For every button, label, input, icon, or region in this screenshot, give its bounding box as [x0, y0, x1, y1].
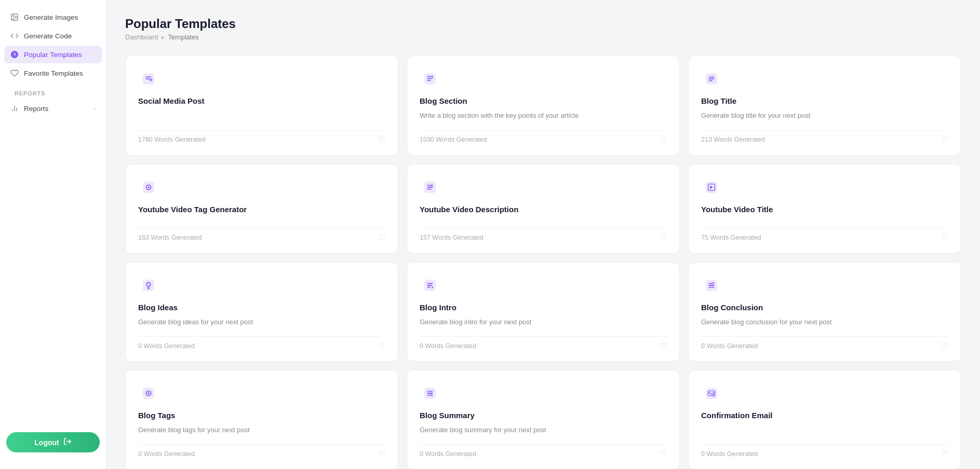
- reports-label: Reports: [24, 105, 48, 113]
- logout-button[interactable]: Logout: [6, 432, 100, 452]
- card-icon-confirmation-email: [701, 383, 722, 404]
- favorite-button-blog-intro[interactable]: ♡: [660, 341, 667, 351]
- card-icon-blog-title: [701, 68, 722, 89]
- card-footer-blog-conclusion: 0 Words Generated ♡: [701, 336, 948, 351]
- card-words-blog-ideas: 0 Words Generated: [138, 342, 195, 350]
- card-words-blog-summary: 0 Words Generated: [420, 450, 476, 458]
- svg-rect-19: [143, 280, 154, 291]
- card-icon-youtube-video-title: [701, 177, 722, 198]
- card-words-blog-conclusion: 0 Words Generated: [701, 342, 758, 350]
- star-icon: [10, 50, 19, 59]
- favorite-button-blog-conclusion[interactable]: ♡: [941, 341, 948, 351]
- card-icon-social-media-post: [138, 68, 159, 89]
- card-icon-blog-tags: [138, 383, 159, 404]
- card-words-youtube-video-title: 75 Words Generated: [701, 234, 761, 241]
- svg-point-10: [432, 76, 434, 78]
- svg-rect-28: [706, 388, 717, 399]
- template-card-blog-title[interactable]: Blog Title Generate blog title for your …: [688, 56, 961, 156]
- template-card-blog-section[interactable]: Blog Section Write a blog section with t…: [407, 56, 680, 156]
- card-icon-youtube-video-tag-generator: [138, 177, 159, 198]
- main-content: Popular Templates Dashboard ▸ Templates …: [106, 0, 980, 469]
- card-footer-blog-summary: 0 Words Generated ♡: [420, 445, 667, 459]
- sidebar-item-favorite-templates[interactable]: Favorite Templates: [4, 64, 102, 82]
- sidebar-item-popular-templates[interactable]: Popular Templates: [4, 46, 102, 63]
- sidebar-item-generate-images[interactable]: Generate Images: [4, 8, 102, 26]
- card-footer-youtube-video-description: 157 Words Generated ♡: [420, 228, 667, 243]
- favorite-button-youtube-video-tag-generator[interactable]: ♡: [378, 233, 385, 243]
- favorite-button-blog-title[interactable]: ♡: [941, 135, 948, 145]
- breadcrumb-current: Templates: [168, 33, 199, 41]
- breadcrumb-dashboard: Dashboard: [125, 33, 158, 41]
- template-card-confirmation-email[interactable]: Confirmation Email 0 Words Generated ♡: [688, 370, 961, 469]
- template-card-youtube-video-title[interactable]: Youtube Video Title 75 Words Generated ♡: [688, 164, 961, 254]
- template-card-social-media-post[interactable]: Social Media Post 1780 Words Generated ♡: [125, 56, 398, 156]
- card-footer-youtube-video-title: 75 Words Generated ♡: [701, 228, 948, 243]
- sidebar-nav: Generate Images Generate Code Popular Te…: [0, 8, 106, 424]
- template-card-blog-ideas[interactable]: Blog Ideas Generate blog ideas for your …: [125, 262, 398, 362]
- favorite-button-confirmation-email[interactable]: ♡: [941, 449, 948, 459]
- card-desc-blog-conclusion: Generate blog conclusion for your next p…: [701, 317, 948, 327]
- card-words-social-media-post: 1780 Words Generated: [138, 136, 206, 143]
- chevron-right-icon: ›: [93, 105, 96, 112]
- card-words-blog-section: 1030 Words Generated: [420, 136, 487, 143]
- template-card-blog-conclusion[interactable]: Blog Conclusion Generate blog conclusion…: [688, 262, 961, 362]
- card-icon-blog-ideas: [138, 275, 159, 296]
- card-title-youtube-video-title: Youtube Video Title: [701, 205, 948, 214]
- logout-icon: [63, 437, 72, 447]
- card-footer-blog-title: 213 Words Generated ♡: [701, 130, 948, 145]
- svg-point-16: [431, 184, 433, 186]
- svg-point-26: [147, 392, 150, 394]
- favorite-button-youtube-video-description[interactable]: ♡: [660, 233, 667, 243]
- card-title-social-media-post: Social Media Post: [138, 96, 385, 105]
- card-footer-blog-tags: 0 Words Generated ♡: [138, 445, 385, 459]
- card-title-youtube-video-description: Youtube Video Description: [420, 205, 667, 214]
- favorite-button-social-media-post[interactable]: ♡: [378, 135, 385, 145]
- svg-point-14: [147, 186, 150, 188]
- image-icon: [10, 13, 19, 21]
- card-title-blog-section: Blog Section: [420, 96, 667, 105]
- sidebar-item-label: Generate Code: [24, 32, 72, 40]
- card-title-blog-title: Blog Title: [701, 96, 948, 105]
- sidebar-item-label: Favorite Templates: [24, 70, 83, 77]
- sidebar-item-reports[interactable]: Reports ›: [4, 100, 102, 117]
- breadcrumb-separator: ▸: [162, 33, 165, 41]
- card-words-confirmation-email: 0 Words Generated: [701, 450, 758, 458]
- card-desc-blog-intro: Generate blog intro for your next post: [420, 317, 667, 327]
- card-title-blog-tags: Blog Tags: [138, 411, 385, 420]
- template-card-blog-tags[interactable]: Blog Tags Generate blog tags for your ne…: [125, 370, 398, 469]
- sidebar-item-label: Popular Templates: [24, 51, 82, 59]
- card-title-blog-ideas: Blog Ideas: [138, 303, 385, 312]
- template-card-blog-intro[interactable]: Blog Intro Generate blog intro for your …: [407, 262, 680, 362]
- template-card-blog-summary[interactable]: Blog Summary Generate blog summary for y…: [407, 370, 680, 469]
- favorite-button-blog-summary[interactable]: ♡: [660, 449, 667, 459]
- card-icon-blog-intro: [420, 275, 440, 296]
- card-title-blog-intro: Blog Intro: [420, 303, 667, 312]
- sidebar-item-label: Generate Images: [24, 13, 78, 21]
- sidebar: Generate Images Generate Code Popular Te…: [0, 0, 106, 469]
- card-footer-social-media-post: 1780 Words Generated ♡: [138, 130, 385, 145]
- card-icon-blog-conclusion: [701, 275, 722, 296]
- svg-point-8: [150, 78, 153, 81]
- heart-icon: [10, 69, 19, 77]
- card-words-youtube-video-tag-generator: 163 Words Generated: [138, 234, 202, 241]
- svg-point-23: [713, 282, 715, 284]
- favorite-button-blog-tags[interactable]: ♡: [378, 449, 385, 459]
- favorite-button-blog-section[interactable]: ♡: [660, 135, 667, 145]
- favorite-button-youtube-video-title[interactable]: ♡: [941, 233, 948, 243]
- breadcrumb: Dashboard ▸ Templates: [125, 33, 961, 41]
- page-title: Popular Templates: [125, 17, 961, 31]
- template-card-youtube-video-description[interactable]: Youtube Video Description 157 Words Gene…: [407, 164, 680, 254]
- card-footer-blog-ideas: 0 Words Generated ♡: [138, 336, 385, 351]
- favorite-button-blog-ideas[interactable]: ♡: [378, 341, 385, 351]
- sidebar-item-generate-code[interactable]: Generate Code: [4, 27, 102, 45]
- card-icon-blog-section: [420, 68, 440, 89]
- card-words-blog-title: 213 Words Generated: [701, 136, 765, 143]
- bar-chart-icon: [10, 104, 19, 113]
- card-words-youtube-video-description: 157 Words Generated: [420, 234, 484, 241]
- template-card-youtube-video-tag-generator[interactable]: Youtube Video Tag Generator 163 Words Ge…: [125, 164, 398, 254]
- sidebar-bottom: Logout: [0, 424, 106, 461]
- card-title-confirmation-email: Confirmation Email: [701, 411, 948, 420]
- card-footer-blog-section: 1030 Words Generated ♡: [420, 130, 667, 145]
- card-words-blog-intro: 0 Words Generated: [420, 342, 476, 350]
- reports-section-label: Reports: [4, 83, 102, 100]
